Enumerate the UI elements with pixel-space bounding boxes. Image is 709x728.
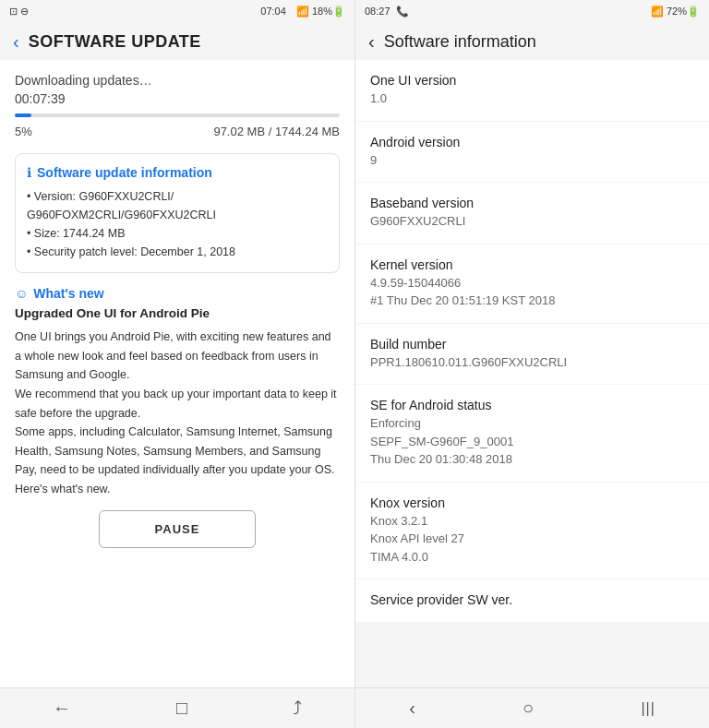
page-title-left: SOFTWARE UPDATE (29, 32, 201, 52)
info-card-value: Knox 3.2.1 Knox API level 27 TIMA 4.0.0 (370, 512, 694, 567)
content-left: Downloading updates… 00:07:39 5% 97.02 M… (0, 60, 354, 687)
time-left: 07:04 (260, 6, 286, 17)
info-header: ℹ Software update information (27, 165, 328, 180)
info-icon: ℹ (27, 165, 31, 180)
whats-new-section: ☺ What's new Upgraded One UI for Android… (15, 286, 340, 499)
status-bar-left: ⊡ ⊖ 07:04 📶 18%🔋 (0, 0, 354, 22)
left-panel: ⊡ ⊖ 07:04 📶 18%🔋 ‹ SOFTWARE UPDATE Downl… (0, 0, 354, 728)
downloading-status: Downloading updates… 00:07:39 5% 97.02 M… (15, 73, 340, 138)
info-card: Service provider SW ver. (355, 579, 709, 622)
nav-back-right[interactable]: ‹ (409, 698, 415, 719)
update-info-section: ℹ Software update information • Version:… (15, 153, 340, 273)
info-card-label: Service provider SW ver. (370, 592, 694, 607)
progress-stats: 5% 97.02 MB / 1744.24 MB (15, 125, 340, 138)
info-card-label: Baseband version (370, 196, 694, 210)
info-card-value: Enforcing SEPF_SM-G960F_9_0001 Thu Dec 2… (370, 414, 694, 469)
signal-battery-right: 📶 72%🔋 (651, 6, 700, 18)
nav-bar-left: ← □ ⤴ (0, 687, 354, 728)
info-card: One UI version1.0 (355, 60, 709, 121)
header-right: ‹ Software information (355, 22, 709, 60)
nav-back-left[interactable]: ← (53, 698, 71, 719)
progress-bar-fill (15, 113, 31, 117)
timer-text: 00:07:39 (15, 91, 340, 106)
status-bar-right: 08:27 📞 📶 72%🔋 (355, 0, 709, 22)
info-body: • Version: G960FXXU2CRLI/ G960FOXM2CRLI/… (27, 187, 328, 261)
info-card: Baseband versionG960FXXU2CRLI (355, 183, 709, 244)
info-card: Build numberPPR1.180610.011.G960FXXU2CRL… (355, 324, 709, 385)
nav-home-left[interactable]: □ (176, 698, 187, 719)
status-left-icons: ⊡ ⊖ (9, 6, 29, 18)
whats-new-icon: ☺ (15, 286, 28, 301)
percent-label: 5% (15, 125, 32, 138)
right-panel: 08:27 📞 📶 72%🔋 ‹ Software information On… (354, 0, 709, 728)
time-right: 08:27 📞 (365, 6, 409, 18)
info-card: Android version9 (355, 122, 709, 183)
info-card-value: 9 (370, 151, 694, 170)
info-card-value: 1.0 (370, 90, 694, 108)
nav-bar-right: ‹ ○ ||| (355, 687, 709, 728)
pause-button[interactable]: PAUSE (99, 510, 257, 548)
info-card-label: Knox version (370, 495, 694, 510)
info-card: SE for Android statusEnforcing SEPF_SM-G… (355, 385, 709, 482)
back-button-left[interactable]: ‹ (13, 31, 19, 53)
info-title: Software update information (37, 165, 212, 180)
info-card-label: Build number (370, 337, 694, 352)
info-card-label: Kernel version (370, 257, 694, 272)
nav-recent-left[interactable]: ⤴ (293, 698, 302, 719)
info-card-label: Android version (370, 135, 694, 149)
status-right-icons: 07:04 📶 18%🔋 (260, 6, 345, 18)
call-icon: 📞 (396, 6, 409, 17)
info-card-value: PPR1.180610.011.G960FXXU2CRLI (370, 353, 694, 372)
notification-icons: ⊡ ⊖ (9, 6, 29, 18)
nav-home-right[interactable]: ○ (523, 698, 534, 719)
page-title-right: Software information (384, 32, 536, 52)
info-card-value: 4.9.59-15044066 #1 Thu Dec 20 01:51:19 K… (370, 274, 694, 310)
info-card-label: SE for Android status (370, 398, 694, 412)
nav-recents-right[interactable]: ||| (641, 700, 655, 717)
whats-new-subtitle: Upgraded One UI for Android Pie (15, 306, 340, 320)
progress-bar-container (15, 113, 340, 117)
whats-new-body: One UI brings you Android Pie, with exci… (15, 328, 340, 499)
header-left: ‹ SOFTWARE UPDATE (0, 22, 354, 60)
content-right: One UI version1.0Android version9Baseban… (355, 60, 709, 687)
signal-battery-left: 📶 18%🔋 (296, 6, 345, 18)
pause-button-container: PAUSE (15, 499, 340, 559)
whats-new-header: ☺ What's new (15, 286, 340, 301)
back-button-right[interactable]: ‹ (368, 31, 375, 53)
info-card-value: G960FXXU2CRLI (370, 212, 694, 231)
info-card: Kernel version4.9.59-15044066 #1 Thu Dec… (355, 245, 709, 323)
info-card: Knox versionKnox 3.2.1 Knox API level 27… (355, 483, 709, 579)
whats-new-title: What's new (33, 286, 103, 301)
info-card-label: One UI version (370, 73, 694, 88)
size-label: 97.02 MB / 1744.24 MB (213, 125, 340, 138)
downloading-text: Downloading updates… (15, 73, 340, 88)
